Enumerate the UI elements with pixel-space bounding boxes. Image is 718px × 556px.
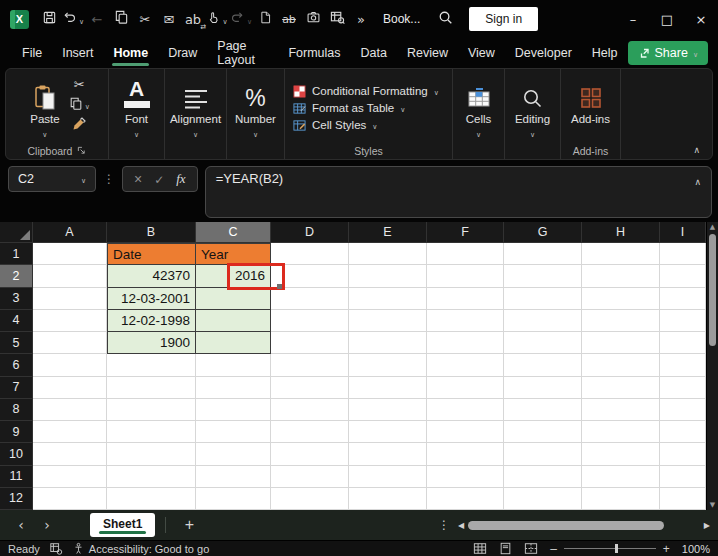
cell-E6[interactable] (349, 354, 427, 376)
cell-D9[interactable] (271, 421, 349, 443)
cell-B10[interactable] (107, 443, 196, 465)
cell-G1[interactable] (504, 243, 582, 265)
cell-B11[interactable] (107, 466, 196, 488)
cell-D2[interactable] (271, 265, 349, 287)
cell-H1[interactable] (582, 243, 660, 265)
horizontal-scrollbar-thumb[interactable] (468, 521, 664, 530)
new-file-button[interactable] (253, 6, 277, 32)
cell-B8[interactable] (107, 399, 196, 421)
enter-icon[interactable] (154, 170, 164, 188)
scroll-left-icon[interactable]: ◀ (458, 521, 464, 530)
cell-A6[interactable] (33, 354, 107, 376)
cell-I9[interactable] (660, 421, 706, 443)
row-header-4[interactable]: 4 (0, 310, 33, 332)
cell-C1[interactable]: Year (196, 243, 271, 265)
cell-A10[interactable] (33, 443, 107, 465)
cell-G5[interactable] (504, 332, 582, 354)
more-commands-button[interactable]: » (349, 6, 373, 32)
strikethrough-button[interactable]: ab (277, 6, 301, 32)
cell-C10[interactable] (196, 443, 271, 465)
tab-developer[interactable]: Developer (505, 38, 582, 68)
cell-D12[interactable] (271, 488, 349, 510)
cell-A9[interactable] (33, 421, 107, 443)
page-break-preview-icon[interactable] (524, 542, 538, 555)
column-header-F[interactable]: F (427, 222, 504, 243)
cell-B6[interactable] (107, 354, 196, 376)
vertical-scrollbar[interactable]: ▲ ▼ (706, 222, 718, 510)
cell-D6[interactable] (271, 354, 349, 376)
cell-F2[interactable] (427, 265, 504, 287)
cell-F4[interactable] (427, 310, 504, 332)
cell-B12[interactable] (107, 488, 196, 510)
cell-C6[interactable] (196, 354, 271, 376)
cell-D8[interactable] (271, 399, 349, 421)
cell-A1[interactable] (33, 243, 107, 265)
cell-styles-button[interactable]: Cell Styles (293, 119, 377, 132)
column-header-A[interactable]: A (33, 222, 107, 243)
cell-H6[interactable] (582, 354, 660, 376)
cell-F11[interactable] (427, 466, 504, 488)
select-all-corner[interactable] (0, 222, 33, 243)
dialog-launcher-icon[interactable] (77, 146, 86, 155)
column-header-E[interactable]: E (349, 222, 427, 243)
share-button[interactable]: Share (628, 41, 708, 65)
cell-I5[interactable] (660, 332, 706, 354)
cell-D4[interactable] (271, 310, 349, 332)
macro-record-icon[interactable] (49, 542, 63, 555)
tab-view[interactable]: View (458, 38, 505, 68)
format-as-table-button[interactable]: Format as Table (293, 102, 405, 115)
cell-G7[interactable] (504, 377, 582, 399)
cell-G8[interactable] (504, 399, 582, 421)
collapse-formula-bar-icon[interactable] (694, 173, 701, 188)
cut-button[interactable]: ✂ (133, 6, 157, 32)
add-sheet-button[interactable]: + (176, 516, 202, 534)
cell-E2[interactable] (349, 265, 427, 287)
redo-button[interactable] (229, 6, 253, 32)
cell-G4[interactable] (504, 310, 582, 332)
cell-G3[interactable] (504, 288, 582, 310)
row-header-7[interactable]: 7 (0, 377, 33, 399)
number-button[interactable]: % Number (229, 74, 282, 142)
cell-I3[interactable] (660, 288, 706, 310)
cell-E1[interactable] (349, 243, 427, 265)
cell-D1[interactable] (271, 243, 349, 265)
cell-C8[interactable] (196, 399, 271, 421)
tab-insert[interactable]: Insert (52, 38, 103, 68)
name-box[interactable]: C2 (8, 166, 96, 192)
back-button[interactable]: ← (85, 6, 109, 32)
minimize-button[interactable]: – (616, 4, 650, 34)
cell-H2[interactable] (582, 265, 660, 287)
cell-A11[interactable] (33, 466, 107, 488)
scroll-down-icon[interactable]: ▼ (710, 500, 715, 510)
zoom-slider[interactable] (564, 548, 656, 549)
cell-C12[interactable] (196, 488, 271, 510)
cell-B3[interactable]: 12-03-2001 (107, 288, 196, 310)
cell-F5[interactable] (427, 332, 504, 354)
cell-A12[interactable] (33, 488, 107, 510)
cell-F1[interactable] (427, 243, 504, 265)
editing-button[interactable]: Editing (509, 74, 556, 142)
row-header-1[interactable]: 1 (0, 243, 33, 265)
tab-review[interactable]: Review (397, 38, 458, 68)
save-button[interactable] (37, 6, 61, 32)
row-header-11[interactable]: 11 (0, 466, 33, 488)
cell-I6[interactable] (660, 354, 706, 376)
cell-C3[interactable] (196, 288, 271, 310)
row-header-9[interactable]: 9 (0, 421, 33, 443)
row-header-10[interactable]: 10 (0, 443, 33, 465)
cell-E4[interactable] (349, 310, 427, 332)
collapse-ribbon-button[interactable] (693, 139, 700, 157)
cell-I12[interactable] (660, 488, 706, 510)
copy-button[interactable] (109, 6, 133, 32)
column-header-D[interactable]: D (271, 222, 349, 243)
find-replace-button[interactable]: ab⇄ (181, 6, 205, 32)
cell-D5[interactable] (271, 332, 349, 354)
cell-H3[interactable] (582, 288, 660, 310)
cell-F9[interactable] (427, 421, 504, 443)
cell-E11[interactable] (349, 466, 427, 488)
cell-B1[interactable]: Date (107, 243, 196, 265)
next-sheet-icon[interactable]: › (34, 517, 60, 533)
column-header-B[interactable]: B (107, 222, 196, 243)
cell-H9[interactable] (582, 421, 660, 443)
cancel-icon[interactable] (134, 170, 142, 188)
